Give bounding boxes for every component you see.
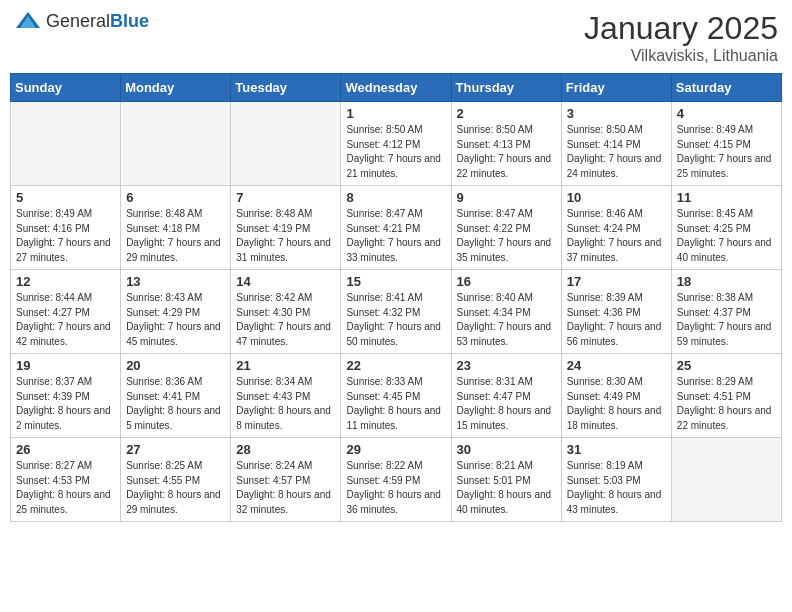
day-number: 31: [567, 442, 666, 457]
calendar-cell: 12Sunrise: 8:44 AM Sunset: 4:27 PM Dayli…: [11, 270, 121, 354]
day-number: 6: [126, 190, 225, 205]
logo-icon: [14, 10, 42, 32]
calendar-cell: 3Sunrise: 8:50 AM Sunset: 4:14 PM Daylig…: [561, 102, 671, 186]
day-info: Sunrise: 8:31 AM Sunset: 4:47 PM Dayligh…: [457, 375, 556, 433]
day-number: 19: [16, 358, 115, 373]
calendar-cell: 2Sunrise: 8:50 AM Sunset: 4:13 PM Daylig…: [451, 102, 561, 186]
day-info: Sunrise: 8:49 AM Sunset: 4:15 PM Dayligh…: [677, 123, 776, 181]
calendar-cell: [671, 438, 781, 522]
day-info: Sunrise: 8:42 AM Sunset: 4:30 PM Dayligh…: [236, 291, 335, 349]
calendar-week-5: 26Sunrise: 8:27 AM Sunset: 4:53 PM Dayli…: [11, 438, 782, 522]
calendar-cell: 24Sunrise: 8:30 AM Sunset: 4:49 PM Dayli…: [561, 354, 671, 438]
day-info: Sunrise: 8:48 AM Sunset: 4:19 PM Dayligh…: [236, 207, 335, 265]
weekday-header-monday: Monday: [121, 74, 231, 102]
day-number: 2: [457, 106, 556, 121]
calendar-cell: 9Sunrise: 8:47 AM Sunset: 4:22 PM Daylig…: [451, 186, 561, 270]
day-info: Sunrise: 8:45 AM Sunset: 4:25 PM Dayligh…: [677, 207, 776, 265]
day-info: Sunrise: 8:46 AM Sunset: 4:24 PM Dayligh…: [567, 207, 666, 265]
day-info: Sunrise: 8:27 AM Sunset: 4:53 PM Dayligh…: [16, 459, 115, 517]
day-number: 9: [457, 190, 556, 205]
day-info: Sunrise: 8:21 AM Sunset: 5:01 PM Dayligh…: [457, 459, 556, 517]
calendar-cell: 28Sunrise: 8:24 AM Sunset: 4:57 PM Dayli…: [231, 438, 341, 522]
day-number: 1: [346, 106, 445, 121]
weekday-header-friday: Friday: [561, 74, 671, 102]
calendar-cell: 10Sunrise: 8:46 AM Sunset: 4:24 PM Dayli…: [561, 186, 671, 270]
day-number: 18: [677, 274, 776, 289]
calendar-cell: 22Sunrise: 8:33 AM Sunset: 4:45 PM Dayli…: [341, 354, 451, 438]
day-number: 5: [16, 190, 115, 205]
calendar-cell: 31Sunrise: 8:19 AM Sunset: 5:03 PM Dayli…: [561, 438, 671, 522]
calendar-cell: 11Sunrise: 8:45 AM Sunset: 4:25 PM Dayli…: [671, 186, 781, 270]
day-number: 11: [677, 190, 776, 205]
day-number: 26: [16, 442, 115, 457]
calendar-cell: 29Sunrise: 8:22 AM Sunset: 4:59 PM Dayli…: [341, 438, 451, 522]
day-number: 12: [16, 274, 115, 289]
day-number: 3: [567, 106, 666, 121]
day-info: Sunrise: 8:24 AM Sunset: 4:57 PM Dayligh…: [236, 459, 335, 517]
calendar-cell: 16Sunrise: 8:40 AM Sunset: 4:34 PM Dayli…: [451, 270, 561, 354]
day-number: 16: [457, 274, 556, 289]
day-info: Sunrise: 8:34 AM Sunset: 4:43 PM Dayligh…: [236, 375, 335, 433]
day-info: Sunrise: 8:43 AM Sunset: 4:29 PM Dayligh…: [126, 291, 225, 349]
calendar-cell: 13Sunrise: 8:43 AM Sunset: 4:29 PM Dayli…: [121, 270, 231, 354]
day-number: 27: [126, 442, 225, 457]
day-number: 24: [567, 358, 666, 373]
calendar-cell: [121, 102, 231, 186]
day-info: Sunrise: 8:33 AM Sunset: 4:45 PM Dayligh…: [346, 375, 445, 433]
day-number: 8: [346, 190, 445, 205]
day-info: Sunrise: 8:36 AM Sunset: 4:41 PM Dayligh…: [126, 375, 225, 433]
page-header: GeneralBlue January 2025 Vilkaviskis, Li…: [10, 10, 782, 65]
day-number: 7: [236, 190, 335, 205]
day-info: Sunrise: 8:19 AM Sunset: 5:03 PM Dayligh…: [567, 459, 666, 517]
calendar-cell: 15Sunrise: 8:41 AM Sunset: 4:32 PM Dayli…: [341, 270, 451, 354]
calendar-cell: 30Sunrise: 8:21 AM Sunset: 5:01 PM Dayli…: [451, 438, 561, 522]
day-number: 21: [236, 358, 335, 373]
calendar-cell: 14Sunrise: 8:42 AM Sunset: 4:30 PM Dayli…: [231, 270, 341, 354]
logo-text: GeneralBlue: [46, 11, 149, 32]
day-info: Sunrise: 8:22 AM Sunset: 4:59 PM Dayligh…: [346, 459, 445, 517]
day-number: 29: [346, 442, 445, 457]
day-info: Sunrise: 8:48 AM Sunset: 4:18 PM Dayligh…: [126, 207, 225, 265]
day-number: 25: [677, 358, 776, 373]
day-info: Sunrise: 8:47 AM Sunset: 4:21 PM Dayligh…: [346, 207, 445, 265]
location-title: Vilkaviskis, Lithuania: [584, 47, 778, 65]
day-info: Sunrise: 8:50 AM Sunset: 4:12 PM Dayligh…: [346, 123, 445, 181]
calendar-cell: 1Sunrise: 8:50 AM Sunset: 4:12 PM Daylig…: [341, 102, 451, 186]
day-number: 28: [236, 442, 335, 457]
calendar-cell: 7Sunrise: 8:48 AM Sunset: 4:19 PM Daylig…: [231, 186, 341, 270]
month-title: January 2025: [584, 10, 778, 47]
weekday-header-sunday: Sunday: [11, 74, 121, 102]
day-info: Sunrise: 8:44 AM Sunset: 4:27 PM Dayligh…: [16, 291, 115, 349]
calendar-cell: 5Sunrise: 8:49 AM Sunset: 4:16 PM Daylig…: [11, 186, 121, 270]
calendar-week-1: 1Sunrise: 8:50 AM Sunset: 4:12 PM Daylig…: [11, 102, 782, 186]
calendar-cell: 23Sunrise: 8:31 AM Sunset: 4:47 PM Dayli…: [451, 354, 561, 438]
calendar-cell: 17Sunrise: 8:39 AM Sunset: 4:36 PM Dayli…: [561, 270, 671, 354]
day-number: 23: [457, 358, 556, 373]
weekday-header-row: SundayMondayTuesdayWednesdayThursdayFrid…: [11, 74, 782, 102]
day-number: 10: [567, 190, 666, 205]
calendar-week-3: 12Sunrise: 8:44 AM Sunset: 4:27 PM Dayli…: [11, 270, 782, 354]
weekday-header-saturday: Saturday: [671, 74, 781, 102]
day-number: 14: [236, 274, 335, 289]
day-info: Sunrise: 8:40 AM Sunset: 4:34 PM Dayligh…: [457, 291, 556, 349]
day-number: 17: [567, 274, 666, 289]
calendar-cell: 18Sunrise: 8:38 AM Sunset: 4:37 PM Dayli…: [671, 270, 781, 354]
calendar-cell: 27Sunrise: 8:25 AM Sunset: 4:55 PM Dayli…: [121, 438, 231, 522]
calendar-cell: 26Sunrise: 8:27 AM Sunset: 4:53 PM Dayli…: [11, 438, 121, 522]
weekday-header-tuesday: Tuesday: [231, 74, 341, 102]
day-info: Sunrise: 8:30 AM Sunset: 4:49 PM Dayligh…: [567, 375, 666, 433]
calendar-cell: 4Sunrise: 8:49 AM Sunset: 4:15 PM Daylig…: [671, 102, 781, 186]
day-number: 4: [677, 106, 776, 121]
logo-general: General: [46, 11, 110, 31]
day-info: Sunrise: 8:37 AM Sunset: 4:39 PM Dayligh…: [16, 375, 115, 433]
day-number: 20: [126, 358, 225, 373]
day-info: Sunrise: 8:50 AM Sunset: 4:14 PM Dayligh…: [567, 123, 666, 181]
calendar-cell: 20Sunrise: 8:36 AM Sunset: 4:41 PM Dayli…: [121, 354, 231, 438]
day-info: Sunrise: 8:47 AM Sunset: 4:22 PM Dayligh…: [457, 207, 556, 265]
calendar-cell: 21Sunrise: 8:34 AM Sunset: 4:43 PM Dayli…: [231, 354, 341, 438]
day-number: 22: [346, 358, 445, 373]
calendar-cell: 25Sunrise: 8:29 AM Sunset: 4:51 PM Dayli…: [671, 354, 781, 438]
day-info: Sunrise: 8:50 AM Sunset: 4:13 PM Dayligh…: [457, 123, 556, 181]
day-number: 15: [346, 274, 445, 289]
day-info: Sunrise: 8:38 AM Sunset: 4:37 PM Dayligh…: [677, 291, 776, 349]
